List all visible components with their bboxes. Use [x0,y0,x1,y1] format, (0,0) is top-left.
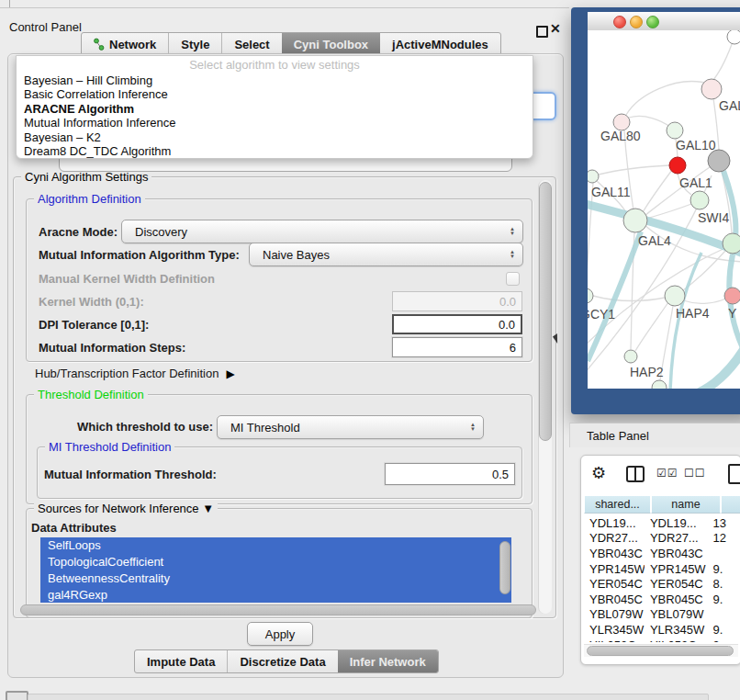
mac-close-button[interactable] [613,16,626,28]
node-label: GAL1 [679,175,712,190]
attributes-scrollbar-thumb[interactable] [499,541,510,594]
network-window-titlebar[interactable] [588,12,740,31]
network-node-gal11[interactable] [588,170,599,183]
table-cell: 12 [708,531,740,545]
table-row[interactable]: YBR043CYBR043C [584,546,740,561]
dpi-tolerance-label: DPI Tolerance [0,1]: [39,318,149,332]
deselect-all-checkboxes-icon[interactable]: ☐☐ [684,467,706,480]
tab-cyni-toolbox[interactable]: Cyni Toolbox [282,33,380,55]
algorithm-option[interactable]: ARACNE Algorithm [24,102,525,116]
network-edge-highlighted [670,253,701,389]
dpi-tolerance-input[interactable]: 0.0 [392,314,522,334]
network-node-gal7[interactable] [701,79,722,99]
stepper-arrows-icon: ▲▼ [510,250,515,259]
table-row[interactable]: YBL079WYBL079W [584,607,740,623]
close-panel-button[interactable]: ✕ [550,21,561,36]
which-threshold-combo[interactable]: MI Threshold ▲▼ [217,415,484,439]
algorithm-option[interactable]: Dream8 DC_TDC Algorithm [24,144,525,158]
network-node[interactable] [708,150,730,172]
tab-select[interactable]: Select [221,33,281,55]
table-function-icon[interactable] [728,464,740,484]
tab-infer-network[interactable]: Infer Network [338,650,438,672]
network-edge [599,165,669,175]
aracne-mode-combo[interactable]: Discovery ▲▼ [121,220,523,243]
mac-zoom-button[interactable] [646,16,659,28]
table-row[interactable]: YIL052CYIL052C9 [584,638,740,642]
network-node-y[interactable] [724,288,740,304]
attribute-item[interactable]: gal4RGexp [40,587,511,603]
network-canvas[interactable]: GAL7GAL80GAL10GAL11GAL1GAL4SWI4GCY1HAP4Y… [588,30,740,389]
network-node-gcy1[interactable] [588,288,593,303]
network-edge [626,82,705,115]
node-label: GAL7 [719,98,740,113]
data-attributes-label: Data Attributes [31,521,117,535]
network-node-hap4[interactable] [665,286,685,306]
settings-hscrollbar[interactable] [20,604,536,615]
table-row[interactable]: YBR045CYBR045C9. [584,592,740,607]
network-node-swi4[interactable] [723,233,740,254]
mi-steps-input[interactable]: 6 [392,337,522,357]
network-node[interactable] [669,157,686,174]
network-node-gal4[interactable] [623,209,647,232]
kernel-width-input[interactable]: 0.0 [392,291,522,311]
network-node[interactable] [727,30,740,44]
attribute-item[interactable]: SelfLoops [40,537,511,554]
attribute-item[interactable]: BetweennessCentrality [40,570,511,587]
table-cell: YIL052C [645,638,708,642]
select-all-checkboxes-icon[interactable]: ☑☑ [656,467,678,480]
column-layout-icon[interactable] [626,466,645,482]
algorithm-option[interactable]: Basic Correlation Inference [24,87,525,101]
tab-discretize-data[interactable]: Discretize Data [227,650,337,672]
table-row[interactable]: YDR27...YDR27...12 [584,531,740,547]
expanded-arrow-icon[interactable]: ▼ [202,502,214,515]
column-header[interactable]: name [651,495,721,514]
manual-kernel-checkbox[interactable] [506,272,520,286]
control-panel-titlebar: Control Panel ✕ [0,7,569,31]
tab-impute-data[interactable]: Impute Data [135,650,227,672]
network-edge [593,296,665,301]
table-row[interactable]: YLR345WYLR345W9. [584,622,740,638]
tab-label: Network [109,38,156,51]
tab-label: Cyni Toolbox [294,38,368,51]
table-row[interactable]: YPR145WYPR145W9. [584,561,740,577]
settings-scrollbar-thumb[interactable] [539,182,552,441]
mi-type-label: Mutual Information Algorithm Type: [39,248,240,262]
tab-jactivemnodules[interactable]: jActiveMNodules [380,33,500,55]
float-window-button[interactable] [536,26,548,38]
algorithm-dropdown-popup: Select algorithm to view settings Bayesi… [16,55,533,159]
network-node-gal1[interactable] [690,191,709,209]
table-cell: YBR045C [584,593,645,606]
table-cell: YIL052C [584,638,645,642]
table-row[interactable]: YDL19...YDL19...13 [584,515,740,531]
tab-style[interactable]: Style [168,33,221,55]
column-header[interactable]: shared... [584,495,651,514]
network-edge-highlighted [678,341,740,389]
algorithm-option[interactable]: Mutual Information Inference [24,116,525,130]
table-settings-gear-icon[interactable]: ⚙ [591,463,606,483]
mac-minimize-button[interactable] [630,16,643,28]
table-cell: YBR045C [645,593,708,606]
tab-network[interactable]: Network [82,33,168,55]
node-label: GAL4 [638,233,671,248]
hub-definition-toggle[interactable]: Hub/Transcription Factor Definition ▶ [35,367,235,380]
node-label: GAL11 [591,185,631,199]
table-cell: 9. [708,623,740,637]
status-bar-button[interactable] [6,691,28,700]
network-node-hap2[interactable] [624,350,637,363]
table-hscrollbar-thumb[interactable] [587,646,734,656]
stepper-arrows-icon: ▲▼ [470,423,476,432]
network-edge [588,247,727,347]
apply-button[interactable]: Apply [247,622,313,646]
table-cell: YBR043C [645,547,708,560]
mi-type-combo[interactable]: Naive Bayes ▲▼ [249,243,523,266]
mi-threshold-input[interactable]: 0.5 [385,463,515,485]
network-node[interactable] [652,380,667,389]
algorithm-option[interactable]: Bayesian – Hill Climbing [24,73,525,87]
table-row[interactable]: YER054CYER054C8. [584,576,740,592]
attribute-item[interactable]: TopologicalCoefficient [40,554,511,570]
network-node-gal10[interactable] [667,122,683,139]
table-cell: YLR345W [584,623,645,637]
algorithm-option[interactable]: Bayesian – K2 [24,130,525,144]
settings-group-title: Cyni Algorithm Settings [21,170,151,184]
column-header[interactable] [721,495,740,514]
